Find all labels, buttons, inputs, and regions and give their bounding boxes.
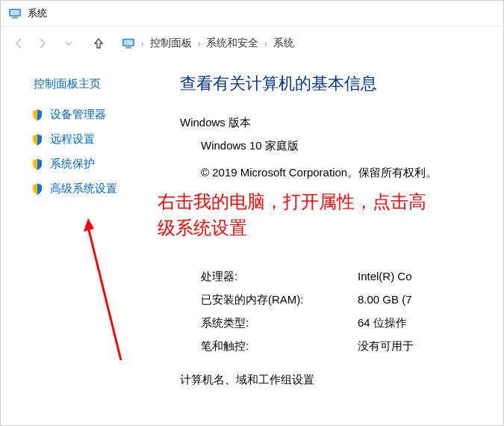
svg-rect-7: [125, 47, 132, 48]
svg-rect-5: [124, 40, 133, 45]
shield-icon: [31, 108, 44, 122]
annotation-text: 右击我的电脑，打开属性，点击高级系统设置: [158, 189, 441, 241]
titlebar: 系统: [1, 1, 503, 26]
windows-version-value: Windows 10 家庭版: [201, 139, 503, 153]
window-title: 系统: [28, 7, 47, 20]
spec-key: 处理器:: [201, 270, 358, 284]
forward-button[interactable]: [31, 32, 53, 55]
sidebar-item-device-manager[interactable]: 设备管理器: [31, 108, 158, 122]
navbar: › 控制面板 › 系统和安全 › 系统: [1, 26, 503, 59]
breadcrumb-system[interactable]: 系统: [273, 37, 294, 50]
back-button[interactable]: [8, 32, 31, 55]
sidebar-item-advanced-settings[interactable]: 高级系统设置: [31, 182, 158, 196]
sidebar-title[interactable]: 控制面板主页: [31, 77, 158, 91]
sidebar-item-label: 设备管理器: [50, 108, 106, 122]
chevron-right-icon: ›: [198, 39, 201, 48]
address-bar[interactable]: › 控制面板 › 系统和安全 › 系统: [122, 37, 294, 50]
shield-icon: [31, 158, 44, 171]
chevron-right-icon: ›: [141, 39, 144, 48]
spec-row-ram: 已安装的内存(RAM): 8.00 GB (7: [201, 293, 503, 307]
copyright-text: © 2019 Microsoft Corporation。保留所有权利。: [201, 164, 503, 182]
sidebar: 控制面板主页 设备管理器 远程设置 系统保护 高级系统设置: [1, 59, 158, 425]
spec-val: 64 位操作: [358, 316, 503, 330]
spec-row-processor: 处理器: Intel(R) Co: [201, 270, 503, 284]
svg-rect-6: [126, 46, 131, 47]
svg-rect-3: [12, 18, 19, 19]
sidebar-item-label: 高级系统设置: [50, 182, 117, 196]
spec-table: 处理器: Intel(R) Co 已安装的内存(RAM): 8.00 GB (7…: [180, 270, 503, 354]
svg-rect-1: [10, 10, 19, 16]
spec-val: Intel(R) Co: [358, 270, 503, 284]
chevron-right-icon: ›: [264, 39, 267, 48]
up-button[interactable]: [87, 32, 110, 55]
spec-key: 笔和触控:: [201, 339, 358, 354]
windows-version-heading: Windows 版本: [180, 116, 503, 130]
sidebar-item-system-protection[interactable]: 系统保护: [31, 157, 158, 171]
computer-name-heading: 计算机名、域和工作组设置: [158, 373, 503, 387]
sidebar-item-remote-settings[interactable]: 远程设置: [31, 132, 158, 146]
spec-row-system-type: 系统类型: 64 位操作: [201, 316, 503, 330]
breadcrumb-system-security[interactable]: 系统和安全: [206, 37, 258, 50]
sidebar-item-label: 远程设置: [50, 132, 95, 146]
recent-button[interactable]: [57, 32, 80, 55]
main-content: 查看有关计算机的基本信息 Windows 版本 Windows 10 家庭版 ©…: [158, 59, 503, 425]
svg-rect-2: [13, 17, 17, 18]
breadcrumb-control-panel[interactable]: 控制面板: [150, 37, 192, 50]
sidebar-item-label: 系统保护: [50, 157, 95, 171]
shield-icon: [31, 182, 44, 196]
shield-icon: [31, 133, 44, 146]
system-icon: [8, 7, 22, 20]
page-title: 查看有关计算机的基本信息: [180, 72, 503, 95]
spec-val: 没有可用于: [358, 339, 503, 354]
spec-val: 8.00 GB (7: [358, 293, 503, 307]
system-icon: [122, 37, 135, 50]
spec-row-pen-touch: 笔和触控: 没有可用于: [201, 339, 503, 354]
spec-key: 已安装的内存(RAM):: [201, 293, 358, 307]
spec-key: 系统类型:: [201, 316, 358, 330]
